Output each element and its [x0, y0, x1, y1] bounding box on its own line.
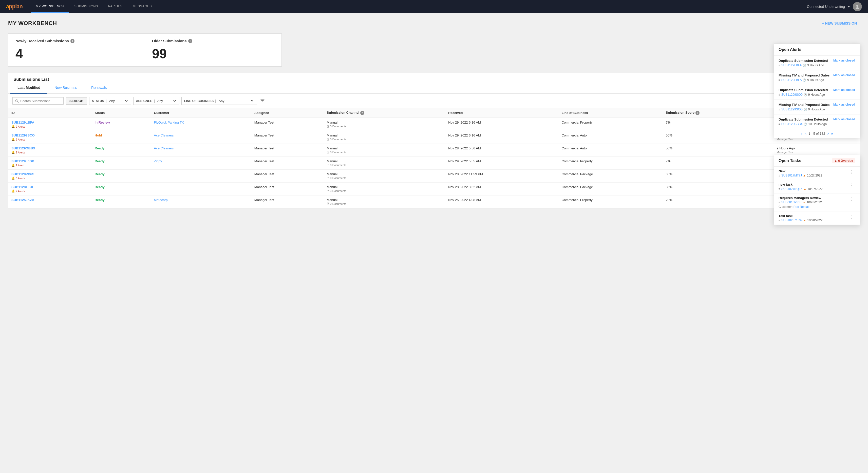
warn-icon: ▲	[803, 218, 806, 222]
alert-title: Duplicate Submission Detected	[779, 88, 830, 92]
submission-id-link[interactable]: SUB11299SCO	[11, 133, 35, 137]
app-logo[interactable]: appian	[6, 3, 23, 10]
mark-closed-button[interactable]: Mark as closed	[833, 117, 855, 121]
alerts-first-page[interactable]: «	[801, 132, 802, 135]
search-input[interactable]	[20, 99, 61, 103]
alert-meta: # SUB11299SCO 🕐 9 Hours Ago	[779, 108, 830, 111]
customer-link[interactable]: Motocorp	[154, 198, 168, 202]
task-date: 10/28/2022	[807, 201, 822, 204]
cell-score: 7%	[663, 118, 774, 131]
cell-id: SUB11250KZ0	[8, 196, 92, 208]
nav-right: Connected Underwriting ▾	[807, 2, 862, 11]
alert-sub-link[interactable]: SUB11299SCO	[781, 108, 803, 111]
nav-submissions[interactable]: SUBMISSIONS	[69, 0, 103, 13]
tasks-panel-header: Open Tasks ▲ 6 Overdue	[774, 155, 860, 167]
status-filter-separator: |	[106, 99, 107, 103]
task-customer-link[interactable]: Rao Rentals	[794, 205, 810, 209]
alerts-last-page[interactable]: »	[831, 132, 833, 135]
cell-received: Nov 29, 2022 5:55 AM	[445, 157, 558, 170]
customer-link[interactable]: Ace Cleaners	[154, 146, 174, 150]
submission-id-link[interactable]: SUB1129GBBX	[11, 146, 35, 150]
cell-assignee: Manager Test	[251, 118, 324, 131]
cell-assignee: Manager Test	[251, 131, 324, 144]
customer-link[interactable]: Ace Cleaners	[154, 133, 174, 137]
cell-lob: Commercial Auto	[559, 131, 663, 144]
filter-toggle-icon[interactable]	[259, 97, 266, 105]
warn-icon: ▲	[803, 187, 806, 191]
nav-my-workbench[interactable]: MY WORKBENCH	[31, 0, 69, 13]
assignee-filter-select[interactable]: Any	[156, 99, 177, 103]
cell-lob: Commercial Property	[559, 118, 663, 131]
app-name-label[interactable]: Connected Underwriting	[807, 5, 845, 9]
task-menu-button[interactable]: ⋮	[848, 169, 855, 175]
cell-customer	[151, 170, 251, 182]
task-item: New # SUB1017MT7J ▲ 10/27/2022 ⋮	[774, 167, 860, 180]
submission-id-link[interactable]: SUB1129L0DB	[11, 159, 34, 163]
task-hash-icon: #	[779, 187, 780, 191]
task-sub-link[interactable]: SUB1027NQLZ	[781, 187, 802, 191]
tab-new-business[interactable]: New Business	[48, 82, 84, 94]
nav-parties[interactable]: PARTIES	[103, 0, 128, 13]
clock-icon: 🕐	[804, 123, 807, 126]
alert-sub-link[interactable]: SUB1129GBBX	[781, 122, 803, 126]
cell-lob: Commercial Property	[559, 157, 663, 170]
tasks-panel-title: Open Tasks	[779, 159, 801, 163]
alerts-next-page[interactable]: >	[827, 132, 829, 135]
alert-content: Missing TIV and Proposed Dates # SUB1129…	[779, 103, 830, 111]
alert-sub-link[interactable]: SUB1129LBFA	[781, 64, 802, 67]
svg-line-3	[18, 102, 19, 103]
task-menu-button[interactable]: ⋮	[848, 196, 855, 202]
channel-info-icon[interactable]: ?	[360, 111, 364, 115]
lob-filter-select[interactable]: Any Commercial Property Commercial Auto …	[218, 99, 254, 103]
navigation: appian MY WORKBENCH SUBMISSIONS PARTIES …	[0, 0, 868, 13]
table-row: SUB1128PB6S 🔔5 Alerts Ready Manager Test…	[8, 170, 860, 182]
customer-link[interactable]: Zippy	[154, 159, 162, 163]
assignee-name: Manager Test	[254, 172, 321, 176]
task-menu-button[interactable]: ⋮	[848, 182, 855, 188]
search-wrap[interactable]	[12, 97, 64, 105]
newly-received-info-icon[interactable]: i	[70, 39, 74, 43]
svg-rect-7	[327, 138, 329, 140]
lob-filter[interactable]: LINE OF BUSINESS | Any Commercial Proper…	[181, 97, 257, 105]
mark-closed-button[interactable]: Mark as closed	[833, 59, 855, 62]
alert-sub-link[interactable]: SUB1129LBFA	[781, 78, 802, 82]
tab-last-modified[interactable]: Last Modified	[10, 82, 48, 94]
status-filter-select[interactable]: Any In Review Hold Ready	[108, 99, 128, 103]
status-label: Ready	[95, 159, 105, 163]
cell-score: 50%	[663, 144, 774, 157]
new-submission-button[interactable]: + NEW SUBMISSION	[819, 19, 860, 27]
hash-icon: #	[779, 108, 780, 111]
task-sub-link[interactable]: SUB1028713W	[781, 218, 802, 222]
score-info-icon[interactable]: ?	[695, 111, 700, 115]
assignee-filter[interactable]: ASSIGNEE | Any	[133, 97, 179, 105]
mark-closed-button[interactable]: Mark as closed	[833, 103, 855, 106]
task-date: 10/28/2022	[807, 218, 823, 222]
task-sub-link[interactable]: SUB0816PS1J	[781, 201, 802, 204]
nav-messages[interactable]: MESSAGES	[128, 0, 157, 13]
submission-id-link[interactable]: SUB11250KZ0	[11, 198, 34, 202]
older-submissions-card: Older Submissions i 99	[145, 33, 282, 67]
alerts-prev-page[interactable]: <	[805, 132, 807, 135]
submission-id-link[interactable]: SUB1128TFUI	[11, 185, 33, 189]
alert-sub-link[interactable]: SUB11299SCO	[781, 93, 803, 97]
task-meta: # SUB0816PS1J ▲ 10/28/2022 Customer: Rao…	[779, 201, 848, 209]
status-filter[interactable]: STATUS | Any In Review Hold Ready	[89, 97, 131, 105]
mark-closed-button[interactable]: Mark as closed	[833, 73, 855, 77]
alert-time: 9 Hours Ago	[808, 93, 825, 97]
search-button[interactable]: SEARCH	[66, 97, 87, 105]
alert-time: 10 Hours Ago	[808, 122, 827, 126]
mark-closed-button[interactable]: Mark as closed	[833, 88, 855, 92]
dropdown-icon[interactable]: ▾	[848, 5, 850, 9]
assignee-filter-separator: |	[154, 99, 155, 103]
cell-assignee: Manager Test	[251, 144, 324, 157]
older-info-icon[interactable]: i	[188, 39, 192, 43]
task-menu-button[interactable]: ⋮	[848, 214, 855, 219]
submission-id-link[interactable]: SUB1128PB6S	[11, 172, 34, 176]
tasks-list: New # SUB1017MT7J ▲ 10/27/2022 ⋮ new tas…	[774, 167, 860, 225]
tab-renewals[interactable]: Renewals	[84, 82, 114, 94]
customer-link[interactable]: FlyQuick Parking TX	[154, 121, 184, 124]
task-sub-link[interactable]: SUB1017MT7J	[781, 174, 802, 177]
alert-item: Duplicate Submission Detected # SUB1129G…	[774, 114, 860, 129]
submission-id-link[interactable]: SUB1129LBFA	[11, 121, 34, 124]
user-avatar[interactable]	[853, 2, 862, 11]
